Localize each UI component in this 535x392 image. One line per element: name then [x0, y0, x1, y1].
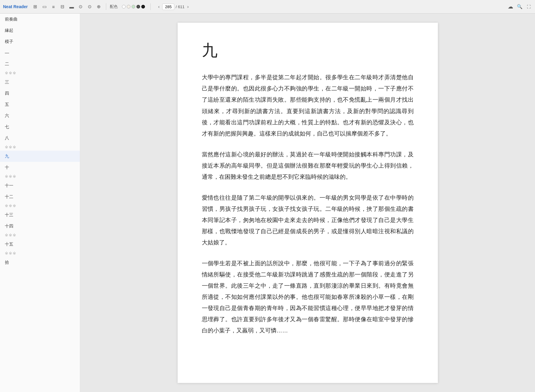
sidebar-item-thirteen[interactable]: 十三 [0, 209, 80, 220]
color-palette [122, 5, 145, 8]
page-separator: / [176, 5, 177, 9]
main-layout: 前奏曲 緣起 模子 — 二 ※※※ 三 四 五 六 七 八 ※※※ 九 十 ※※… [0, 14, 535, 392]
sidebar-item-six[interactable]: 六 [0, 110, 80, 121]
color-darkgray[interactable] [136, 5, 140, 8]
page-navigation: ‹ / 611 › [157, 4, 190, 10]
bookshelf-icon[interactable]: ⊞ [32, 3, 39, 10]
page-content: 九 大學中的專門課程，多半是從第二年起才開始。很多學生在二年級時才弄清楚他自己是… [178, 23, 438, 383]
sidebar-item-sixteen[interactable]: 拾 [0, 257, 80, 268]
sidebar-item-four[interactable]: 四 [0, 88, 80, 99]
sidebar-item-three[interactable]: 三 [0, 77, 80, 88]
color-white[interactable] [122, 5, 126, 8]
app-title: Neat Reader [3, 4, 28, 9]
paragraph-1: 大學中的專門課程，多半是從第二年起才開始。很多學生在二年級時才弄清楚他自己是學什… [202, 72, 414, 139]
sidebar-item-one[interactable]: — [0, 47, 80, 58]
toolbar-separator-1 [106, 3, 106, 10]
total-pages: 611 [178, 5, 185, 9]
sidebar-item-ten[interactable]: 十 [0, 162, 80, 173]
sidebar-item-two[interactable]: 二 [0, 58, 80, 70]
paragraph-3: 愛情也往往是隨了第二年級的開學以俱來的。一年級的男女同學是依了在中學時的習慣，男… [202, 192, 414, 248]
sidebar-item-five[interactable]: 五 [0, 99, 80, 110]
chapter-title: 九 [202, 41, 414, 60]
layout-grid-icon[interactable]: ⊟ [59, 3, 66, 10]
next-page-button[interactable]: › [186, 4, 190, 10]
sidebar-separator-xxx-2: ※※※ [0, 144, 80, 151]
sidebar-item-fifteen[interactable]: 十五 [0, 239, 80, 250]
layout-scroll-icon[interactable]: ▬ [68, 3, 75, 10]
sidebar-separator-xxx-4: ※※※ [0, 202, 80, 209]
toolbar-right: ☁ 🔍 ⛶ [507, 3, 532, 10]
search-right-icon[interactable]: 🔍 [516, 3, 523, 10]
search-icon-1[interactable]: ⊙ [77, 3, 84, 10]
prev-page-button[interactable]: ‹ [157, 4, 161, 10]
sidebar-item-eleven[interactable]: 十一 [0, 180, 80, 191]
search-icon-2[interactable]: ⊙ [87, 3, 93, 10]
sidebar-item-prelude[interactable]: 前奏曲 [0, 14, 80, 25]
page-number-input[interactable] [162, 4, 174, 10]
sidebar-item-seven[interactable]: 七 [0, 121, 80, 132]
sidebar: 前奏曲 緣起 模子 — 二 ※※※ 三 四 五 六 七 八 ※※※ 九 十 ※※… [0, 14, 80, 392]
color-black[interactable] [141, 5, 145, 8]
sidebar-separator-xxx-5: ※※※ [0, 232, 80, 239]
sidebar-separator-xxx-1: ※※※ [0, 70, 80, 77]
sidebar-item-twelve[interactable]: 十二 [0, 191, 80, 202]
color-label: 配色 [110, 4, 118, 9]
sidebar-item-origin[interactable]: 緣起 [0, 25, 80, 36]
layout-single-icon[interactable]: ▭ [41, 3, 48, 10]
color-green[interactable] [132, 5, 135, 8]
content-area: 九 大學中的專門課程，多半是從第二年起才開始。很多學生在二年級時才弄清楚他自己是… [80, 14, 535, 392]
fullscreen-icon[interactable]: ⛶ [525, 3, 532, 10]
sidebar-item-mold[interactable]: 模子 [0, 36, 80, 47]
sidebar-separator-xxx-3: ※※※ [0, 173, 80, 180]
paragraph-4: 一個學生若是不被上面的話所說中，那麼，他很可能，一下子為了事前過分的緊張情緒所驅… [202, 258, 414, 336]
toolbar: Neat Reader ⊞ ▭ ≡ ⊟ ▬ ⊙ ⊙ ⊕ 配色 ‹ / 611 ›… [0, 0, 535, 14]
menu-icon[interactable]: ≡ [50, 3, 57, 10]
sidebar-item-eight[interactable]: 八 [0, 132, 80, 144]
zoom-icon[interactable]: ⊕ [96, 3, 102, 10]
paragraph-2: 當然應付這新心境的最好的辦法，莫過於在一年級時便開始接觸本科專門功課，及接近本系… [202, 149, 414, 182]
sidebar-item-nine[interactable]: 九 [0, 151, 80, 162]
color-cream[interactable] [127, 5, 130, 8]
toolbar-separator-2 [150, 3, 151, 10]
sidebar-item-fourteen[interactable]: 十四 [0, 220, 80, 232]
cloud-icon[interactable]: ☁ [507, 3, 514, 10]
sidebar-separator-xxx-6: ※※※ [0, 250, 80, 257]
